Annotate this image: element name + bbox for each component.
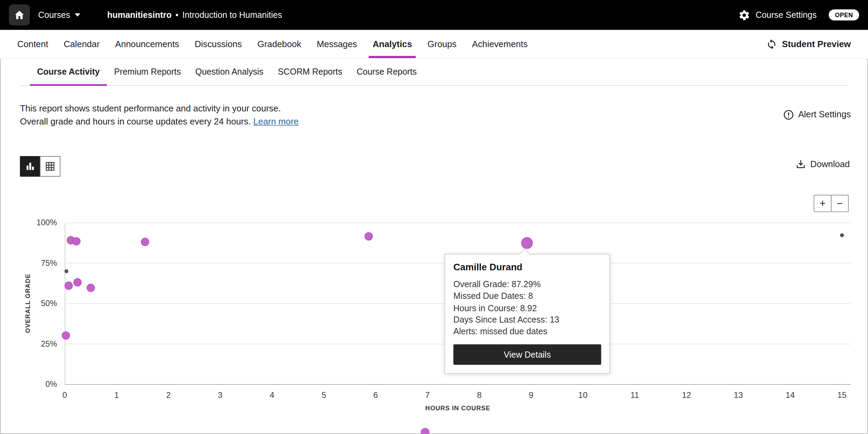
report-description: This report shows student performance an… [20, 102, 299, 128]
data-point[interactable] [365, 232, 373, 240]
data-point[interactable] [74, 278, 82, 286]
subtab-course-activity[interactable]: Course Activity [30, 59, 107, 85]
breadcrumb-separator: • [175, 10, 178, 20]
tab-calendar[interactable]: Calendar [64, 30, 100, 58]
x-tick-label: 3 [218, 390, 223, 400]
screen: Courses humanitiesintro • Introduction t… [0, 0, 868, 434]
subtab-label: Question Analysis [195, 67, 263, 77]
tab-label: Messages [317, 39, 357, 49]
view-details-button[interactable]: View Details [453, 345, 601, 365]
tab-analytics[interactable]: Analytics [372, 30, 412, 58]
partial-data-point[interactable] [421, 428, 430, 434]
tooltip-row-days-since-access: Days Since Last Access: 13 [453, 314, 601, 326]
table-icon [45, 162, 55, 171]
home-button[interactable] [9, 4, 30, 25]
x-tick-label: 2 [166, 390, 171, 400]
tab-label: Achievements [472, 39, 528, 49]
alert-icon [783, 109, 794, 120]
zoom-out-button[interactable]: − [831, 195, 849, 212]
student-preview-label: Student Preview [782, 39, 851, 49]
learn-more-link[interactable]: Learn more [253, 117, 299, 126]
chart-view-button[interactable] [20, 156, 41, 177]
app-window: Courses humanitiesintro • Introduction t… [0, 0, 868, 434]
subtab-premium-reports[interactable]: Premium Reports [107, 59, 188, 85]
tab-messages[interactable]: Messages [317, 30, 357, 58]
subtab-label: Premium Reports [114, 67, 181, 77]
student-tooltip: Camille Durand Overall Grade: 87.29% Mis… [445, 254, 610, 374]
x-axis-title: HOURS IN COURSE [425, 405, 490, 411]
course-id: humanitiesintro [107, 10, 172, 20]
subtab-label: Course Reports [357, 67, 417, 77]
x-tick-label: 12 [682, 390, 691, 400]
y-tick-label: 0% [25, 380, 57, 389]
x-tick-label: 13 [734, 390, 743, 400]
data-point[interactable] [65, 281, 73, 290]
subtab-label: SCORM Reports [278, 67, 342, 77]
student-preview-button[interactable]: Student Preview [766, 30, 851, 58]
report-description-line2-text: Overall grade and hours in course update… [20, 117, 251, 126]
course-open-badge: OPEN [829, 9, 859, 20]
data-point-selected[interactable] [521, 237, 533, 249]
tooltip-row-hours-in-course: Hours in Course: 8.92 [453, 302, 601, 314]
courses-dropdown[interactable]: Courses [38, 10, 80, 20]
y-tick-label: 25% [25, 339, 57, 348]
x-tick-label: 11 [630, 390, 639, 400]
tab-discussions[interactable]: Discussions [195, 30, 242, 58]
gridline [65, 384, 851, 384]
data-point[interactable] [141, 238, 149, 246]
course-settings-button[interactable]: Course Settings [756, 10, 817, 20]
x-tick-label: 14 [785, 390, 795, 400]
subtab-scorm-reports[interactable]: SCORM Reports [271, 59, 349, 85]
zoom-controls: + − [814, 195, 848, 212]
data-point[interactable] [72, 237, 80, 245]
data-point[interactable] [840, 234, 844, 237]
download-button[interactable]: Download [795, 159, 850, 170]
x-tick-label: 9 [529, 390, 533, 400]
tab-groups[interactable]: Groups [427, 30, 456, 58]
zoom-in-button[interactable]: + [814, 195, 832, 212]
download-label: Download [810, 159, 850, 169]
chevron-down-icon [75, 13, 80, 17]
tab-label: Content [17, 39, 48, 49]
tooltip-row-overall-grade: Overall Grade: 87.29% [453, 279, 601, 290]
y-tick-label: 100% [25, 218, 57, 227]
data-point[interactable] [62, 332, 70, 340]
y-tick-label: 50% [25, 299, 57, 308]
tab-gradebook[interactable]: Gradebook [257, 30, 301, 58]
tab-achievements[interactable]: Achievements [472, 30, 528, 58]
home-icon [14, 9, 25, 20]
tab-label: Groups [427, 39, 456, 49]
gear-icon[interactable] [738, 9, 750, 21]
tab-label: Calendar [64, 39, 100, 49]
alert-settings-button[interactable]: Alert Settings [783, 107, 851, 122]
table-view-button[interactable] [40, 156, 61, 177]
x-tick-label: 6 [373, 390, 378, 400]
data-point[interactable] [64, 269, 68, 273]
data-point[interactable] [87, 284, 95, 292]
subtab-course-reports[interactable]: Course Reports [349, 59, 424, 85]
gridline [65, 222, 851, 223]
breadcrumb: humanitiesintro • Introduction to Humani… [107, 10, 282, 20]
x-tick-label: 8 [477, 390, 481, 400]
tab-content[interactable]: Content [17, 30, 48, 58]
alert-settings-label: Alert Settings [798, 110, 851, 120]
tab-label: Announcements [115, 39, 179, 49]
download-icon [795, 159, 806, 170]
topbar-right: Course Settings OPEN [738, 9, 859, 21]
report-description-line1: This report shows student performance an… [20, 102, 299, 115]
x-tick-label: 15 [837, 390, 847, 400]
subtab-question-analysis[interactable]: Question Analysis [188, 59, 271, 85]
x-tick-label: 7 [425, 390, 430, 400]
x-tick-label: 10 [578, 390, 588, 400]
x-tick-label: 0 [63, 390, 67, 400]
tooltip-row-alerts: Alerts: missed due dates [453, 326, 601, 337]
view-toggle-group [20, 156, 61, 177]
x-tick-label: 5 [322, 390, 326, 400]
course-name: Introduction to Humanities [182, 10, 282, 20]
top-bar: Courses humanitiesintro • Introduction t… [0, 0, 868, 30]
report-description-line2: Overall grade and hours in course update… [20, 115, 299, 129]
tooltip-row-missed-due-dates: Missed Due Dates: 8 [453, 290, 601, 302]
tab-announcements[interactable]: Announcements [115, 30, 179, 58]
tooltip-student-name: Camille Durand [453, 262, 601, 273]
subtab-label: Course Activity [37, 67, 100, 77]
